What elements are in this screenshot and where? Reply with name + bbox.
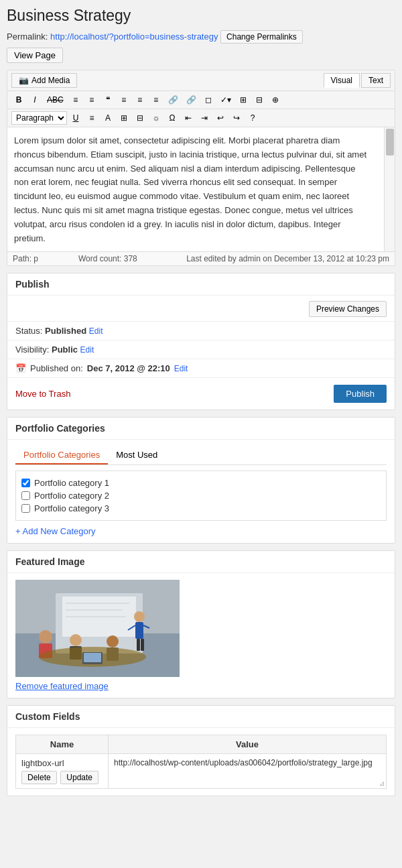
- redo-button[interactable]: ↪: [229, 111, 244, 125]
- view-page-button[interactable]: View Page: [7, 48, 63, 63]
- align-right-button[interactable]: ≡: [149, 93, 163, 107]
- featured-image-title: Featured Image: [7, 551, 395, 573]
- text-color-button[interactable]: A: [100, 111, 115, 125]
- tab-text[interactable]: Text: [361, 73, 391, 88]
- fullscreen-button[interactable]: ⊞: [236, 93, 251, 107]
- category-checkbox-2[interactable]: [21, 491, 30, 500]
- category-checkbox-3[interactable]: [21, 504, 30, 513]
- move-to-trash-button[interactable]: Move to Trash: [15, 389, 70, 399]
- ol-button[interactable]: ≡: [84, 93, 99, 107]
- insert-more-button[interactable]: ◻: [201, 93, 216, 107]
- page-title: Business Strategy: [7, 7, 395, 25]
- list-item: Portfolio category 1: [21, 477, 381, 489]
- svg-rect-8: [135, 622, 143, 639]
- editor-last-edited: Word count: 378 Last edited by admin on …: [78, 254, 389, 263]
- published-on-row: 📅 Published on: Dec 7, 2012 @ 22:10 Edit: [7, 359, 395, 378]
- cf-delete-button[interactable]: Delete: [21, 771, 57, 784]
- permalink-link[interactable]: http://localhost/?portfolio=business-str…: [50, 32, 218, 42]
- visibility-edit-link[interactable]: Edit: [80, 345, 94, 355]
- tab-all-categories[interactable]: Portfolio Categories: [15, 446, 108, 464]
- indent-button[interactable]: ⇥: [197, 111, 212, 125]
- publish-metabox: Publish Preview Changes Status: Publishe…: [7, 273, 395, 410]
- published-edit-link[interactable]: Edit: [174, 364, 188, 373]
- visibility-value: Public: [52, 345, 78, 355]
- permalink-label: Permalink:: [7, 32, 48, 42]
- link-button[interactable]: 🔗: [165, 93, 182, 107]
- align-center-button[interactable]: ≡: [133, 93, 147, 107]
- editor-content[interactable]: Lorem ipsum dolor sit amet, consectetur …: [7, 127, 384, 251]
- list-item: Portfolio category 3: [21, 502, 381, 515]
- category-checkbox-1[interactable]: [21, 479, 30, 487]
- show-hide-button[interactable]: ⊟: [252, 93, 267, 107]
- published-value: Dec 7, 2012 @ 22:10: [87, 363, 170, 373]
- editor-box: 📷 Add Media Visual Text B I ABC ≡ ≡ ❝ ≡ …: [7, 70, 395, 266]
- spell-check-button[interactable]: ✓▾: [217, 93, 234, 107]
- cf-name-cell: lightbox-url Delete Update: [16, 754, 109, 789]
- strikethrough-button[interactable]: ABC: [44, 93, 67, 107]
- published-label: Published on:: [30, 363, 83, 373]
- col-value-header: Value: [109, 735, 387, 754]
- format-select[interactable]: Paragraph: [11, 111, 67, 125]
- publish-footer: Move to Trash Publish: [7, 378, 395, 410]
- word-count-value: 378: [124, 254, 137, 263]
- remove-featured-image-link[interactable]: Remove featured image: [15, 681, 109, 691]
- preview-changes-button[interactable]: Preview Changes: [309, 301, 387, 317]
- custom-fields-title: Custom Fields: [7, 706, 395, 728]
- undo-button[interactable]: ↩: [213, 111, 228, 125]
- custom-fields-metabox: Custom Fields Name Value lightbox-url De…: [7, 705, 395, 796]
- underline-button[interactable]: U: [68, 111, 83, 125]
- align-left-button[interactable]: ≡: [117, 93, 131, 107]
- status-row: Status: Published Edit: [7, 322, 395, 340]
- word-count-label: Word count:: [78, 254, 121, 263]
- blockquote-button[interactable]: ❝: [100, 93, 115, 107]
- tab-most-used[interactable]: Most Used: [108, 446, 165, 464]
- category-tabs: Portfolio Categories Most Used: [15, 446, 387, 465]
- tab-visual[interactable]: Visual: [324, 73, 360, 88]
- justify-button[interactable]: ≡: [84, 111, 99, 125]
- unlink-button[interactable]: 🔗: [183, 93, 200, 107]
- category-label-3: Portfolio category 3: [34, 503, 109, 513]
- svg-point-15: [70, 634, 82, 646]
- paste-word-button[interactable]: ⊞: [117, 111, 131, 125]
- bold-button[interactable]: B: [11, 93, 26, 107]
- outdent-button[interactable]: ⇤: [181, 111, 196, 125]
- cf-name-value: lightbox-url: [21, 758, 103, 768]
- portfolio-categories-title: Portfolio Categories: [7, 418, 395, 440]
- permalink-row: Permalink: http://localhost/?portfolio=b…: [7, 30, 395, 44]
- add-new-category-link[interactable]: + Add New Category: [15, 526, 96, 536]
- resize-handle-icon: ⊿: [379, 780, 385, 787]
- last-edited-text: Last edited by admin on December 13, 201…: [186, 254, 389, 263]
- status-label: Status:: [15, 326, 42, 336]
- cf-value-cell: http://localhost/wp-content/uploads/as00…: [109, 754, 387, 789]
- svg-rect-11: [137, 639, 140, 651]
- table-row: lightbox-url Delete Update http://localh…: [16, 754, 387, 789]
- publish-actions: Preview Changes: [7, 296, 395, 322]
- publish-button[interactable]: Publish: [334, 385, 387, 403]
- italic-button[interactable]: I: [27, 93, 42, 107]
- kitchen-sink-button[interactable]: ⊕: [268, 93, 283, 107]
- category-label-1: Portfolio category 1: [34, 478, 109, 488]
- ul-button[interactable]: ≡: [68, 93, 83, 107]
- visibility-row: Visibility: Public Edit: [7, 340, 395, 359]
- editor-footer: Path: p Word count: 378 Last edited by a…: [7, 251, 395, 265]
- add-media-icon: 📷: [19, 76, 29, 85]
- featured-image-metabox: Featured Image: [7, 550, 395, 698]
- portfolio-categories-metabox: Portfolio Categories Portfolio Categorie…: [7, 417, 395, 544]
- custom-fields-body: Name Value lightbox-url Delete Update: [7, 728, 395, 796]
- portfolio-categories-body: Portfolio Categories Most Used Portfolio…: [7, 440, 395, 543]
- change-permalink-button[interactable]: Change Permalinks: [220, 30, 303, 44]
- custom-fields-table: Name Value lightbox-url Delete Update: [15, 735, 387, 789]
- status-edit-link[interactable]: Edit: [89, 326, 103, 336]
- add-media-button[interactable]: 📷 Add Media: [11, 73, 77, 88]
- calendar-icon: 📅: [15, 363, 26, 373]
- special-char-button[interactable]: Ω: [165, 111, 180, 125]
- paste-text-button[interactable]: ⊟: [133, 111, 147, 125]
- remove-format-button[interactable]: ☼: [149, 111, 163, 125]
- svg-point-13: [39, 630, 52, 643]
- cf-update-button[interactable]: Update: [60, 771, 98, 784]
- cf-value-text: http://localhost/wp-content/uploads/as00…: [114, 758, 381, 767]
- toolbar-row-2: Paragraph U ≡ A ⊞ ⊟ ☼ Ω ⇤ ⇥ ↩ ↪ ?: [7, 109, 395, 127]
- help-button[interactable]: ?: [245, 111, 260, 125]
- editor-toolbar-top: 📷 Add Media Visual Text: [7, 70, 395, 91]
- featured-image[interactable]: [15, 580, 180, 677]
